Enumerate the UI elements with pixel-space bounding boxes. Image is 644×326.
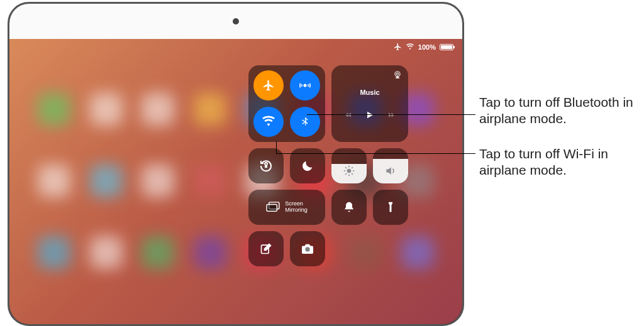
leader-line	[307, 114, 475, 115]
leader-line	[276, 141, 277, 153]
battery-percent: 100%	[418, 43, 436, 51]
callout-bluetooth: Tap to turn off Bluetooth in airplane mo…	[479, 94, 643, 128]
ipad-frame: 100%	[8, 2, 464, 326]
camera-icon	[301, 243, 314, 254]
ipad-screen: 100%	[9, 39, 462, 324]
connectivity-group	[248, 65, 325, 142]
play-icon[interactable]	[365, 110, 375, 120]
svg-point-4	[347, 169, 352, 173]
airplane-icon	[262, 79, 275, 92]
svg-rect-3	[265, 165, 267, 168]
flashlight-icon	[385, 201, 396, 214]
camera-button[interactable]	[290, 231, 325, 266]
next-track-icon[interactable]	[386, 111, 396, 119]
media-controls-tile[interactable]: Music	[331, 65, 408, 142]
wifi-icon	[262, 116, 275, 128]
svg-rect-14	[267, 205, 277, 212]
control-center: Music	[248, 65, 408, 266]
orientation-lock-icon	[258, 158, 274, 173]
airdrop-icon	[299, 79, 311, 92]
svg-point-0	[304, 84, 306, 86]
leader-line	[276, 153, 475, 154]
bluetooth-icon	[299, 116, 311, 128]
svg-line-11	[345, 173, 347, 175]
wifi-status-icon	[406, 43, 414, 51]
airdrop-toggle[interactable]	[290, 70, 320, 101]
notes-button[interactable]	[248, 231, 284, 266]
media-title: Music	[360, 89, 379, 96]
battery-icon	[440, 44, 453, 50]
callout-wifi: Tap to turn off Wi-Fi in airplane mode.	[479, 146, 643, 179]
moon-icon	[301, 159, 314, 173]
screen-mirroring-label: Screen Mirroring	[285, 201, 308, 214]
svg-line-12	[352, 167, 353, 168]
airplay-icon[interactable]	[393, 70, 402, 79]
wifi-toggle[interactable]	[253, 107, 284, 137]
flashlight-button[interactable]	[373, 190, 408, 225]
front-camera	[233, 18, 239, 24]
previous-track-icon[interactable]	[343, 111, 353, 119]
svg-line-10	[352, 173, 353, 175]
compose-icon	[260, 242, 272, 255]
airplane-status-icon	[394, 43, 402, 51]
airplane-mode-toggle[interactable]	[253, 70, 284, 101]
svg-point-2	[396, 73, 399, 75]
screen-mirroring-button[interactable]: Screen Mirroring	[248, 190, 325, 225]
brightness-icon	[331, 165, 367, 177]
ipad-bezel	[9, 4, 462, 39]
bluetooth-toggle[interactable]	[290, 107, 320, 137]
screen-mirroring-icon	[266, 202, 280, 213]
volume-icon	[373, 165, 408, 177]
status-bar: 100%	[394, 43, 453, 51]
bell-icon	[343, 201, 355, 214]
svg-point-16	[305, 247, 309, 251]
silent-mode-toggle[interactable]	[331, 190, 367, 225]
svg-line-9	[345, 167, 347, 168]
